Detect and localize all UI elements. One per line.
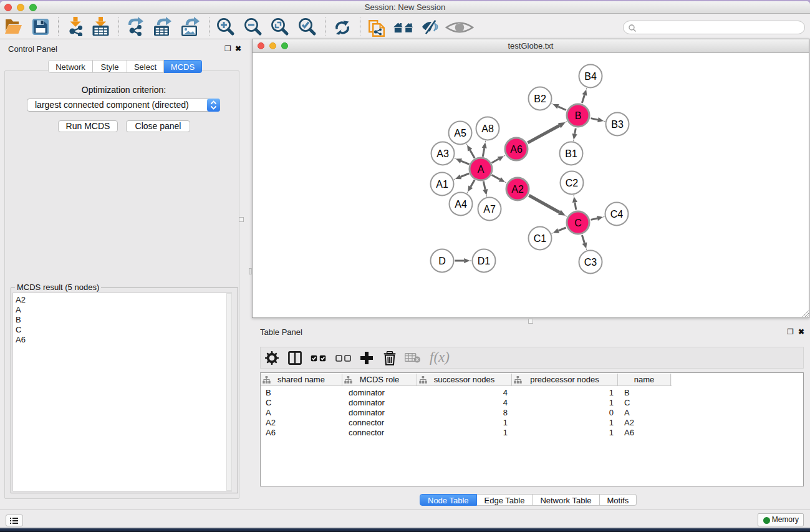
svg-text:A8: A8 [481,123,494,134]
svg-text:A3: A3 [436,148,449,159]
svg-text:B3: B3 [611,119,624,130]
svg-text:C3: C3 [584,257,597,268]
svg-text:C4: C4 [610,209,624,220]
svg-text:B4: B4 [584,71,597,82]
svg-text:A7: A7 [483,204,496,215]
svg-text:A4: A4 [455,199,467,210]
svg-text:C: C [574,218,582,228]
svg-text:D: D [438,256,446,266]
svg-text:C1: C1 [534,233,547,244]
svg-text:B: B [575,110,582,121]
svg-text:B2: B2 [534,94,546,104]
svg-text:A: A [478,164,485,175]
svg-text:A2: A2 [511,184,524,195]
svg-text:A5: A5 [454,128,466,138]
svg-text:A6: A6 [510,144,523,155]
svg-text:B1: B1 [565,148,577,159]
svg-text:C2: C2 [566,178,579,188]
svg-text:A1: A1 [436,179,448,190]
svg-text:D1: D1 [478,256,491,266]
